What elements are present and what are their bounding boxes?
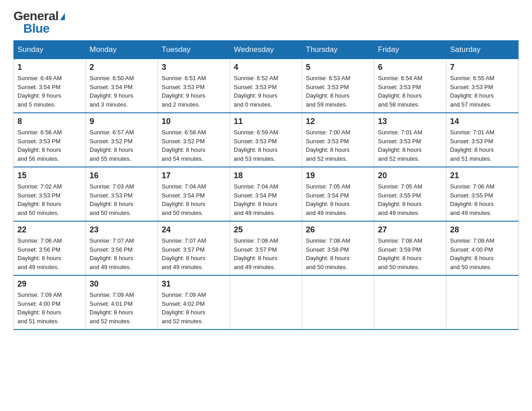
day-number: 12	[306, 117, 370, 126]
day-number: 16	[90, 171, 154, 180]
day-number: 15	[17, 171, 82, 180]
calendar-cell: 6 Sunrise: 6:54 AMSunset: 3:53 PMDayligh…	[374, 59, 446, 113]
day-number: 30	[90, 279, 154, 289]
calendar-cell: 26 Sunrise: 7:08 AMSunset: 3:58 PMDaylig…	[302, 221, 374, 275]
day-number: 31	[162, 279, 226, 289]
weekday-header-thursday: Thursday	[302, 41, 374, 59]
calendar-cell: 5 Sunrise: 6:53 AMSunset: 3:53 PMDayligh…	[302, 59, 374, 113]
day-number: 6	[378, 63, 442, 72]
day-number: 18	[234, 171, 298, 180]
day-info: Sunrise: 7:06 AMSunset: 3:56 PMDaylight:…	[17, 237, 62, 270]
logo-triangle-icon	[60, 13, 65, 20]
weekday-header-wednesday: Wednesday	[230, 41, 302, 59]
week-row-5: 29 Sunrise: 7:09 AMSunset: 4:00 PMDaylig…	[14, 275, 519, 330]
calendar-cell: 15 Sunrise: 7:02 AMSunset: 3:53 PMDaylig…	[14, 167, 86, 221]
day-info: Sunrise: 7:08 AMSunset: 3:57 PMDaylight:…	[234, 237, 278, 270]
calendar-cell: 24 Sunrise: 7:07 AMSunset: 3:57 PMDaylig…	[158, 221, 230, 275]
calendar-cell: 1 Sunrise: 6:49 AMSunset: 3:54 PMDayligh…	[14, 59, 86, 113]
day-info: Sunrise: 6:59 AMSunset: 3:53 PMDaylight:…	[234, 129, 278, 162]
day-number: 26	[306, 225, 370, 235]
logo-blue-text: Blue	[23, 21, 50, 36]
day-info: Sunrise: 6:56 AMSunset: 3:53 PMDaylight:…	[17, 129, 62, 162]
calendar-cell: 27 Sunrise: 7:08 AMSunset: 3:59 PMDaylig…	[374, 221, 446, 275]
day-info: Sunrise: 7:04 AMSunset: 3:54 PMDaylight:…	[234, 183, 278, 216]
day-number: 22	[17, 225, 82, 235]
weekday-header-saturday: Saturday	[446, 41, 519, 59]
calendar-cell: 20 Sunrise: 7:05 AMSunset: 3:55 PMDaylig…	[374, 167, 446, 221]
day-number: 11	[234, 117, 298, 126]
calendar-cell: 4 Sunrise: 6:52 AMSunset: 3:53 PMDayligh…	[230, 59, 302, 113]
calendar-cell	[446, 275, 519, 330]
calendar-cell: 23 Sunrise: 7:07 AMSunset: 3:56 PMDaylig…	[86, 221, 158, 275]
week-row-3: 15 Sunrise: 7:02 AMSunset: 3:53 PMDaylig…	[14, 167, 519, 221]
weekday-header-tuesday: Tuesday	[158, 41, 230, 59]
calendar-cell	[374, 275, 446, 330]
calendar-cell: 21 Sunrise: 7:06 AMSunset: 3:55 PMDaylig…	[446, 167, 519, 221]
day-info: Sunrise: 6:51 AMSunset: 3:53 PMDaylight:…	[162, 75, 206, 108]
week-row-4: 22 Sunrise: 7:06 AMSunset: 3:56 PMDaylig…	[14, 221, 519, 275]
day-number: 20	[378, 171, 442, 180]
day-number: 23	[90, 225, 154, 235]
day-number: 9	[90, 117, 154, 126]
calendar-cell: 14 Sunrise: 7:01 AMSunset: 3:53 PMDaylig…	[446, 113, 519, 167]
day-number: 13	[378, 117, 442, 126]
weekday-header-row: SundayMondayTuesdayWednesdayThursdayFrid…	[14, 41, 519, 59]
calendar-cell: 9 Sunrise: 6:57 AMSunset: 3:52 PMDayligh…	[86, 113, 158, 167]
calendar-cell: 31 Sunrise: 7:09 AMSunset: 4:02 PMDaylig…	[158, 275, 230, 330]
day-info: Sunrise: 7:09 AMSunset: 4:00 PMDaylight:…	[450, 237, 494, 270]
day-number: 25	[234, 225, 298, 235]
calendar-table: SundayMondayTuesdayWednesdayThursdayFrid…	[13, 40, 519, 330]
day-info: Sunrise: 7:02 AMSunset: 3:53 PMDaylight:…	[17, 183, 62, 216]
day-number: 1	[17, 63, 82, 72]
week-row-1: 1 Sunrise: 6:49 AMSunset: 3:54 PMDayligh…	[14, 59, 519, 113]
day-number: 19	[306, 171, 370, 180]
week-row-2: 8 Sunrise: 6:56 AMSunset: 3:53 PMDayligh…	[14, 113, 519, 167]
day-info: Sunrise: 7:07 AMSunset: 3:57 PMDaylight:…	[162, 237, 206, 270]
day-info: Sunrise: 7:06 AMSunset: 3:55 PMDaylight:…	[450, 183, 494, 216]
day-number: 4	[234, 63, 298, 72]
calendar-cell: 3 Sunrise: 6:51 AMSunset: 3:53 PMDayligh…	[158, 59, 230, 113]
day-number: 21	[450, 171, 515, 180]
day-info: Sunrise: 7:01 AMSunset: 3:53 PMDaylight:…	[450, 129, 494, 162]
calendar-cell: 29 Sunrise: 7:09 AMSunset: 4:00 PMDaylig…	[14, 275, 86, 330]
calendar-cell: 7 Sunrise: 6:55 AMSunset: 3:53 PMDayligh…	[446, 59, 519, 113]
day-info: Sunrise: 7:05 AMSunset: 3:55 PMDaylight:…	[378, 183, 422, 216]
day-info: Sunrise: 7:09 AMSunset: 4:02 PMDaylight:…	[162, 291, 206, 325]
day-info: Sunrise: 7:07 AMSunset: 3:56 PMDaylight:…	[90, 237, 134, 270]
weekday-header-monday: Monday	[86, 41, 158, 59]
day-info: Sunrise: 7:09 AMSunset: 4:01 PMDaylight:…	[90, 291, 134, 325]
day-number: 17	[162, 171, 226, 180]
day-number: 24	[162, 225, 226, 235]
day-number: 3	[162, 63, 226, 72]
calendar-cell: 17 Sunrise: 7:04 AMSunset: 3:54 PMDaylig…	[158, 167, 230, 221]
day-info: Sunrise: 6:49 AMSunset: 3:54 PMDaylight:…	[17, 75, 62, 108]
calendar-cell: 18 Sunrise: 7:04 AMSunset: 3:54 PMDaylig…	[230, 167, 302, 221]
weekday-header-sunday: Sunday	[14, 41, 86, 59]
calendar-cell: 13 Sunrise: 7:01 AMSunset: 3:53 PMDaylig…	[374, 113, 446, 167]
weekday-header-friday: Friday	[374, 41, 446, 59]
day-number: 29	[17, 279, 82, 289]
day-info: Sunrise: 7:09 AMSunset: 4:00 PMDaylight:…	[17, 291, 62, 325]
day-number: 2	[90, 63, 154, 72]
calendar-cell: 28 Sunrise: 7:09 AMSunset: 4:00 PMDaylig…	[446, 221, 519, 275]
day-info: Sunrise: 6:52 AMSunset: 3:53 PMDaylight:…	[234, 75, 278, 108]
day-number: 8	[17, 117, 82, 126]
calendar-cell: 30 Sunrise: 7:09 AMSunset: 4:01 PMDaylig…	[86, 275, 158, 330]
calendar-cell: 10 Sunrise: 6:58 AMSunset: 3:52 PMDaylig…	[158, 113, 230, 167]
day-info: Sunrise: 6:50 AMSunset: 3:54 PMDaylight:…	[90, 75, 134, 108]
page-header: General Blue	[13, 9, 519, 36]
day-info: Sunrise: 6:54 AMSunset: 3:53 PMDaylight:…	[378, 75, 422, 108]
calendar-cell: 19 Sunrise: 7:05 AMSunset: 3:54 PMDaylig…	[302, 167, 374, 221]
day-number: 10	[162, 117, 226, 126]
calendar-cell	[230, 275, 302, 330]
calendar-cell: 2 Sunrise: 6:50 AMSunset: 3:54 PMDayligh…	[86, 59, 158, 113]
calendar-cell: 16 Sunrise: 7:03 AMSunset: 3:53 PMDaylig…	[86, 167, 158, 221]
day-info: Sunrise: 6:53 AMSunset: 3:53 PMDaylight:…	[306, 75, 350, 108]
day-info: Sunrise: 6:55 AMSunset: 3:53 PMDaylight:…	[450, 75, 494, 108]
day-number: 5	[306, 63, 370, 72]
day-info: Sunrise: 7:03 AMSunset: 3:53 PMDaylight:…	[90, 183, 134, 216]
calendar-cell: 11 Sunrise: 6:59 AMSunset: 3:53 PMDaylig…	[230, 113, 302, 167]
day-info: Sunrise: 6:58 AMSunset: 3:52 PMDaylight:…	[162, 129, 206, 162]
calendar-cell: 25 Sunrise: 7:08 AMSunset: 3:57 PMDaylig…	[230, 221, 302, 275]
day-info: Sunrise: 7:04 AMSunset: 3:54 PMDaylight:…	[162, 183, 206, 216]
